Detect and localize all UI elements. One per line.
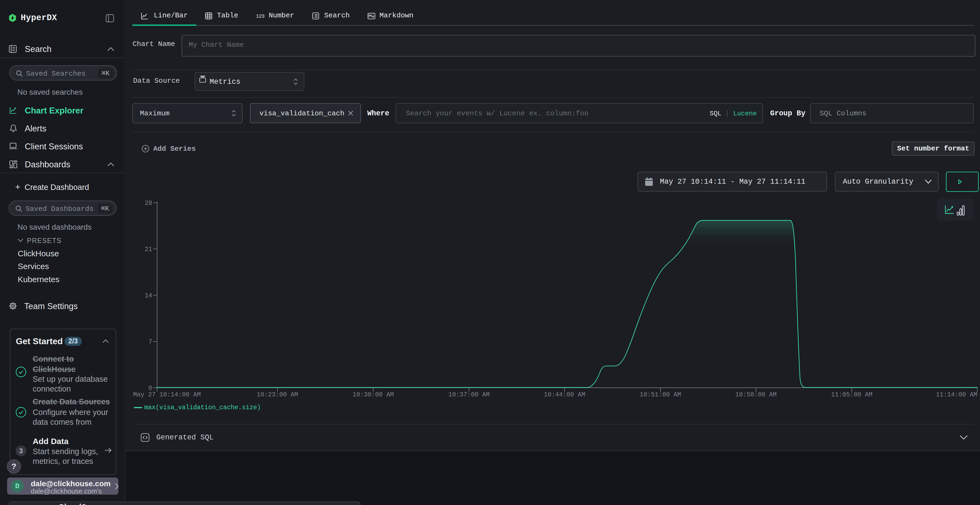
svg-text:11:05:00 AM: 11:05:00 AM [831, 391, 872, 399]
svg-text:10:37:00 AM: 10:37:00 AM [449, 391, 490, 399]
svg-text:10:30:00 AM: 10:30:00 AM [353, 391, 394, 399]
svg-text:14: 14 [145, 292, 152, 299]
svg-text:28: 28 [145, 200, 152, 207]
svg-text:7: 7 [148, 338, 152, 346]
svg-text:21: 21 [145, 246, 152, 253]
svg-text:11:14:00 AM: 11:14:00 AM [936, 391, 977, 399]
svg-text:10:23:00 AM: 10:23:00 AM [257, 391, 298, 399]
svg-text:0: 0 [148, 385, 152, 392]
svg-text:10:58:00 AM: 10:58:00 AM [735, 391, 776, 399]
svg-text:May 27 10:14:00 AM: May 27 10:14:00 AM [133, 391, 200, 399]
svg-text:10:51:00 AM: 10:51:00 AM [640, 391, 681, 399]
svg-text:10:44:00 AM: 10:44:00 AM [544, 391, 585, 399]
